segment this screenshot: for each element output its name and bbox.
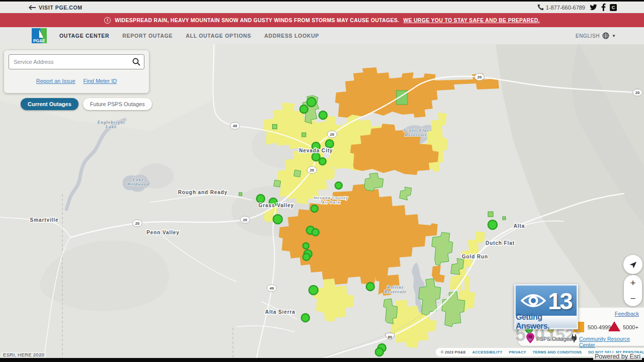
outage-marker[interactable]	[312, 229, 319, 236]
future-psps-toggle[interactable]: Future PSPS Outages	[83, 98, 152, 110]
town-label: Smartville	[30, 217, 59, 223]
service-address-input[interactable]	[9, 54, 144, 69]
svg-text:20: 20	[330, 132, 334, 137]
outage-marker[interactable]	[303, 253, 310, 260]
svg-text:20: 20	[135, 221, 139, 226]
town-label: Penn Valley	[146, 230, 180, 235]
terms-link[interactable]: TERMS AND CONDITIONS	[533, 350, 582, 354]
community-resource-link[interactable]: Community Resource Center	[579, 336, 644, 348]
zoom-control: + −	[624, 275, 642, 306]
nav-outage-center[interactable]: OUTAGE CENTER	[59, 33, 109, 39]
twitter-icon[interactable]	[589, 4, 597, 12]
globe-icon	[602, 32, 609, 39]
station-tagline: Getting Answers.	[516, 316, 577, 328]
feedback-link[interactable]: Feedback	[615, 311, 639, 317]
alert-link[interactable]: WE URGE YOU TO STAY SAFE AND BE PREPARED…	[403, 17, 539, 23]
outage-marker[interactable]	[273, 215, 282, 224]
mini-outage-square[interactable]	[302, 133, 306, 137]
svg-text:20: 20	[310, 168, 314, 172]
legend-5000-label: 5000+	[623, 324, 638, 330]
outage-marker[interactable]	[319, 158, 326, 165]
back-arrow-icon	[29, 5, 36, 10]
outage-marker[interactable]	[488, 220, 497, 229]
accessibility-link[interactable]: ACCESSIBILITY	[472, 350, 503, 354]
town-label: Alta Sierra	[265, 309, 295, 315]
privacy-link[interactable]: PRIVACY	[509, 350, 526, 354]
svg-text:20: 20	[635, 90, 639, 95]
visit-pgecom-link[interactable]: VISIT PGE.COM	[29, 5, 83, 11]
svg-text:49: 49	[270, 286, 274, 291]
svg-text:80: 80	[388, 335, 392, 339]
outage-marker[interactable]	[311, 205, 318, 212]
zoom-in-button[interactable]: +	[624, 275, 642, 291]
powered-by-esri: Powered by Esri	[593, 353, 642, 360]
water-label: Reservoir	[405, 132, 427, 137]
currents-icon[interactable]: C	[610, 4, 617, 11]
station-number: 13	[548, 289, 571, 313]
legend-500-4999-label: 500-4999	[588, 324, 611, 330]
cbs-eye-icon	[521, 293, 546, 309]
facebook-icon[interactable]	[601, 4, 606, 12]
main-nav: PG&E OUTAGE CENTER REPORT OUTAGE ALL OUT…	[0, 27, 644, 44]
address-search-panel: Report an Issue Find Meter ID	[4, 50, 149, 93]
mini-outage-square[interactable]	[273, 125, 277, 129]
visit-label: VISIT PGE.COM	[39, 5, 83, 11]
outage-marker[interactable]	[319, 111, 327, 119]
svg-text:49: 49	[233, 124, 237, 128]
locate-button[interactable]	[623, 255, 642, 274]
current-outages-toggle[interactable]: Current Outages	[21, 98, 78, 110]
svg-text:PG&E: PG&E	[33, 38, 45, 43]
locate-arrow-icon	[628, 259, 638, 269]
mini-outage-square[interactable]	[239, 193, 242, 196]
outage-marker[interactable]	[375, 348, 383, 356]
report-issue-link[interactable]: Report an Issue	[36, 78, 75, 84]
outage-marker[interactable]	[307, 98, 316, 107]
outage-marker[interactable]	[303, 243, 309, 249]
alert-icon: !	[104, 17, 111, 24]
zoom-out-button[interactable]: −	[624, 291, 642, 306]
alert-message: WIDESPREAD RAIN, HEAVY MOUNTAIN SNOW AND…	[115, 17, 399, 23]
language-label: ENGLISH	[576, 33, 600, 39]
nav-address-lookup[interactable]: ADDRESS LOOKUP	[264, 33, 319, 39]
copyright: © 2023 PG&E	[441, 350, 466, 354]
outage-marker[interactable]	[301, 314, 309, 322]
nav-report-outage[interactable]: REPORT OUTAGE	[122, 33, 173, 39]
cbs13-logo: 13 Getting Answers.	[514, 284, 578, 329]
svg-text:20: 20	[477, 75, 481, 79]
find-meter-link[interactable]: Find Meter ID	[84, 78, 117, 84]
outage-marker[interactable]	[366, 283, 374, 291]
town-label: Gold Run	[462, 254, 488, 259]
town-label: Alta	[514, 223, 525, 229]
pge-logo[interactable]: PG&E	[32, 28, 47, 43]
letterbox-bottom	[0, 358, 644, 362]
phone-link[interactable]: 1-877-660-6789	[537, 4, 585, 11]
area-label: Nevada County	[314, 196, 349, 200]
outage-marker[interactable]	[326, 140, 334, 148]
nav-all-outage-options[interactable]: ALL OUTAGE OPTIONS	[186, 33, 251, 39]
outage-marker[interactable]	[335, 182, 342, 189]
water-label: Reservoir	[384, 289, 407, 294]
map-attribution: ESRI, HERE 2020	[1, 352, 46, 357]
town-label: Grass Valley	[259, 203, 294, 208]
phone-number: 1-877-660-6789	[546, 5, 585, 11]
outage-marker[interactable]	[300, 105, 308, 113]
area-label: Air Park	[321, 200, 340, 205]
town-label: Nevada City	[299, 148, 333, 153]
language-selector[interactable]: ENGLISH ▼	[576, 32, 616, 39]
phone-icon	[537, 4, 544, 11]
alert-banner: ! WIDESPREAD RAIN, HEAVY MOUNTAIN SNOW A…	[0, 13, 644, 27]
town-label: Rough and Ready	[178, 190, 228, 195]
legend-red-triangle-icon	[608, 321, 620, 331]
mini-outage-square[interactable]	[488, 212, 493, 217]
chevron-down-icon: ▼	[612, 34, 616, 38]
water-label: Wildwood	[127, 182, 149, 187]
outage-marker[interactable]	[309, 286, 318, 295]
search-button[interactable]	[130, 56, 142, 67]
town-label: Dutch Flat	[486, 240, 515, 246]
utility-bar: VISIT PGE.COM 1-877-660-6789 C	[0, 2, 644, 13]
search-icon	[132, 58, 140, 66]
outage-marker[interactable]	[257, 195, 265, 203]
mini-outage-square[interactable]	[503, 217, 506, 220]
water-label: Lake	[105, 124, 117, 129]
svg-text:20: 20	[243, 218, 247, 222]
